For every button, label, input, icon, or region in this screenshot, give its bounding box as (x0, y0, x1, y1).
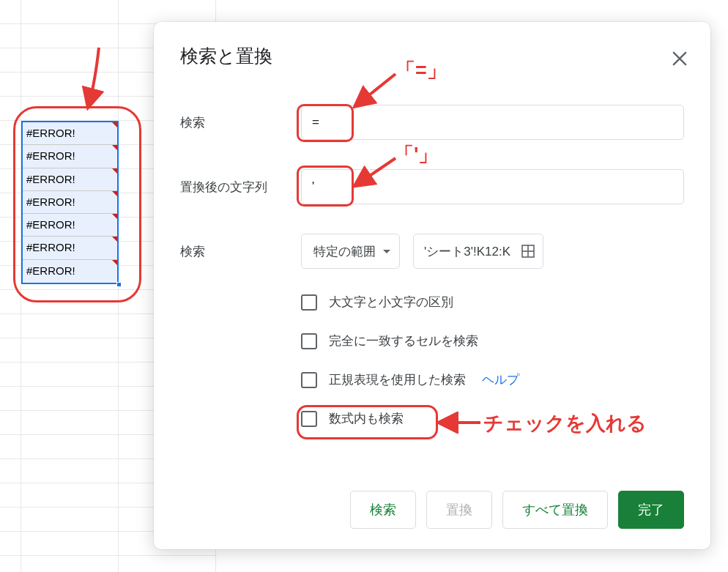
error-cell[interactable]: #ERROR! (23, 237, 117, 259)
close-icon (669, 48, 690, 69)
checkbox-match-case[interactable] (301, 294, 317, 311)
error-indicator-icon (112, 168, 117, 174)
replace-button[interactable]: 置換 (426, 491, 492, 529)
replace-label: 置換後の文字列 (180, 179, 301, 196)
error-cell[interactable]: #ERROR! (23, 122, 117, 145)
selected-range[interactable]: #ERROR!#ERROR!#ERROR!#ERROR!#ERROR!#ERRO… (21, 121, 119, 284)
error-indicator-icon (112, 237, 117, 242)
selection-handle[interactable] (116, 282, 122, 287)
checkbox-match-case-label: 大文字と小文字の区別 (329, 294, 453, 311)
checkbox-search-formulas[interactable] (301, 411, 317, 427)
error-indicator-icon (112, 145, 117, 150)
error-cell[interactable]: #ERROR! (23, 168, 117, 191)
error-cell[interactable]: #ERROR! (23, 145, 117, 168)
range-value: 'シート3'!K12:K (424, 243, 510, 260)
scope-dropdown-value: 特定の範囲 (313, 243, 376, 260)
close-button[interactable] (669, 48, 690, 69)
replace-input[interactable] (301, 169, 684, 204)
checkbox-regex[interactable] (301, 372, 317, 388)
error-indicator-icon (112, 260, 117, 265)
search-input[interactable] (301, 105, 684, 140)
error-indicator-icon (112, 214, 117, 219)
error-indicator-icon (112, 191, 117, 196)
error-cell[interactable]: #ERROR! (23, 214, 117, 237)
grid-select-icon[interactable] (521, 244, 535, 259)
done-button[interactable]: 完了 (618, 491, 684, 529)
find-replace-dialog: 検索と置換 検索 置換後の文字列 検索 特定の範囲 'シート3'!K12:K 大… (154, 22, 710, 549)
dialog-title: 検索と置換 (180, 44, 684, 68)
find-button[interactable]: 検索 (350, 491, 416, 529)
error-indicator-icon (112, 122, 117, 127)
search-label: 検索 (180, 114, 301, 131)
scope-dropdown[interactable]: 特定の範囲 (301, 234, 400, 269)
checkbox-search-formulas-label: 数式内も検索 (329, 410, 404, 427)
checkbox-regex-label: 正規表現を使用した検索 (329, 371, 466, 388)
scope-label: 検索 (180, 243, 301, 260)
regex-help-link[interactable]: ヘルプ (482, 371, 519, 388)
range-input-box[interactable]: 'シート3'!K12:K (413, 234, 543, 269)
checkbox-entire-cell[interactable] (301, 333, 317, 349)
error-cell[interactable]: #ERROR! (23, 191, 117, 214)
error-cell[interactable]: #ERROR! (23, 260, 117, 283)
chevron-down-icon (383, 250, 390, 253)
replace-all-button[interactable]: すべて置換 (502, 491, 608, 529)
checkbox-entire-cell-label: 完全に一致するセルを検索 (329, 333, 478, 349)
